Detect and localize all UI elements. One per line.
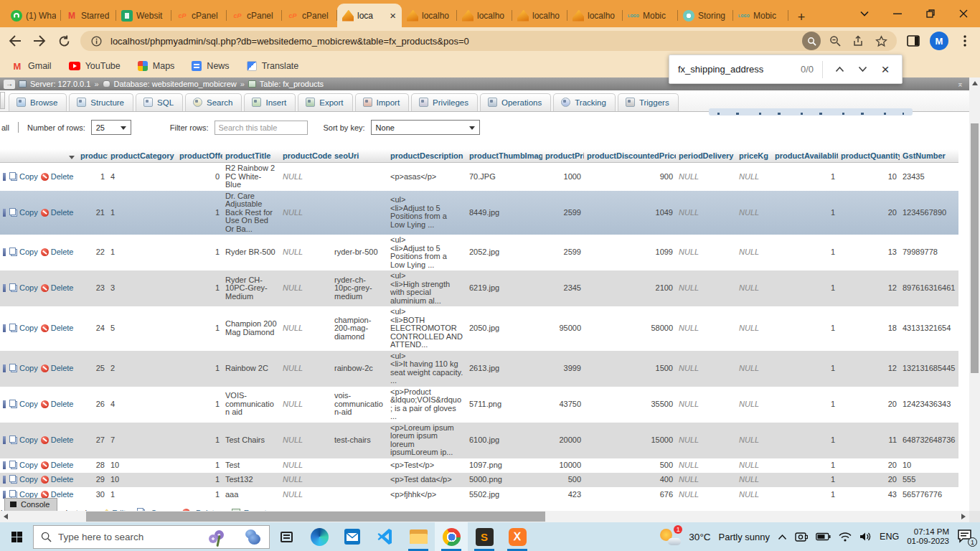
copy-row-link[interactable]: Copy [19,475,38,484]
cell-productDescription[interactable]: <ul> <li>Adjust to 5 Positions from a Lo… [387,191,466,235]
cell-productCategory[interactable]: 1 [108,191,176,235]
browser-tab[interactable]: MStarred [61,4,116,27]
cell-productCode[interactable]: NULL [280,235,331,270]
column-header-seoUri[interactable]: seoUri [331,149,387,163]
cell-productCode[interactable]: NULL [280,487,331,503]
pma-tab-tracking[interactable]: Tracking [553,93,616,111]
bookmark-gmail[interactable]: MGmail [11,60,52,72]
cell-productTitle[interactable]: Ryder BR-500 [222,235,280,270]
cell-productQuantity[interactable]: 20 [838,387,900,423]
cell-productTitle[interactable]: Test132 [222,473,280,487]
cell-productCategory[interactable]: 4 [108,163,176,191]
cell-productDiscountedPrice[interactable]: 900 [584,163,676,191]
cell-productID[interactable]: 26 [77,387,108,423]
minimize-button[interactable] [881,0,914,27]
cell-periodDelivery[interactable]: NULL [676,458,736,473]
copy-row-link[interactable]: Copy [19,364,38,372]
cell-periodDelivery[interactable]: NULL [676,473,736,487]
menu-kebab-icon[interactable] [957,33,973,49]
cell-productCategory[interactable]: 3 [108,270,176,306]
cell-productQuantity[interactable]: 12 [838,270,900,306]
bookmark-youtube[interactable]: YouTube [69,61,121,71]
cell-seoUri[interactable] [331,163,387,191]
cell-productDescription[interactable]: <p>Test</p> [387,458,466,473]
cell-GstNumber[interactable]: 10 [900,458,958,473]
cell-productID[interactable]: 23 [77,270,108,306]
cell-productOffer[interactable]: 1 [176,306,222,351]
cell-priceKg[interactable]: NULL [736,351,772,387]
taskbar-xampp[interactable]: ꓫ [501,522,534,551]
column-header-productOffer[interactable]: productOffer [176,149,222,163]
taskbar-clock[interactable]: 07:14 PM 01-09-2023 [907,527,949,546]
cell-seoUri[interactable]: ryder-ch-10pc-grey-medium [331,270,387,306]
cell-priceKg[interactable]: NULL [736,473,772,487]
taskbar-mail[interactable] [336,522,369,551]
breadcrumb-server[interactable]: Server: 127.0.0.1 [30,80,90,88]
reload-button[interactable] [56,33,72,49]
cell-productTitle[interactable]: Test Chairs [222,423,280,458]
pma-tab-import[interactable]: Import [355,93,410,111]
cell-priceKg[interactable]: NULL [736,387,772,423]
find-query[interactable]: fx_shipping_address [678,64,763,75]
cell-productQuantity[interactable]: 20 [838,191,900,235]
cell-GstNumber[interactable]: 132131685445 [900,351,958,387]
cell-productOffer[interactable]: 1 [176,487,222,503]
cell-productThumbImage[interactable]: 2050.jpg [466,306,542,351]
cell-productPrice[interactable]: 423 [542,487,584,503]
copy-row-link[interactable]: Copy [19,435,38,444]
delete-row-link[interactable]: Delete [51,283,74,292]
find-close-icon[interactable]: × [877,62,893,77]
cell-productID[interactable]: 27 [77,423,108,458]
cell-GstNumber[interactable]: 79989778 [900,235,958,270]
taskbar-chrome[interactable] [435,522,468,551]
cell-productThumbImage[interactable]: 1097.png [466,458,542,473]
find-previous-icon[interactable] [831,62,847,77]
cell-productOffer[interactable]: 1 [176,423,222,458]
forward-button[interactable] [32,33,47,49]
cell-productDescription[interactable]: <ul> <li>Adjust to 5 Positions from a Lo… [387,235,466,270]
cell-productID[interactable]: 30 [77,487,108,503]
copy-row-link[interactable]: Copy [19,248,38,256]
cell-periodDelivery[interactable]: NULL [676,270,736,306]
browser-tab[interactable]: LOGOMobic [733,4,788,27]
weather-icon[interactable]: 1 [659,527,681,546]
column-header-priceKg[interactable]: priceKg [736,149,772,163]
cell-productOffer[interactable]: 1 [176,270,222,306]
cell-productCode[interactable]: NULL [280,163,331,191]
sort-descending-icon[interactable] [69,156,75,159]
column-header-periodDelivery[interactable]: periodDelivery [676,149,736,163]
cell-productDescription[interactable]: <ul> <li>It having 110 kg seat weight ca… [387,351,466,387]
cell-productCategory[interactable]: 10 [108,473,176,487]
cell-productQuantity[interactable]: 43 [838,487,900,503]
zoom-icon[interactable] [826,32,844,50]
copy-row-link[interactable]: Copy [19,208,38,217]
start-button[interactable] [0,522,33,551]
find-in-page-active-icon[interactable] [802,32,821,50]
cell-seoUri[interactable] [331,473,387,487]
pma-tab-search[interactable]: Search [185,93,242,111]
bookmark-star-icon[interactable] [872,32,890,50]
cell-productCode[interactable]: NULL [280,351,331,387]
taskbar-vscode[interactable] [369,522,402,551]
cell-productTitle[interactable]: aaa [222,487,280,503]
notification-center-icon[interactable]: 1 [957,529,974,545]
cell-priceKg[interactable]: NULL [736,458,772,473]
column-header-productQuantity[interactable]: productQuantity [838,149,900,163]
task-view-button[interactable] [270,522,303,551]
find-bar[interactable]: fx_shipping_address 0/0 × [669,55,903,84]
cell-priceKg[interactable]: NULL [736,191,772,235]
cell-productAvailablity[interactable]: 1 [772,191,838,235]
cell-productDiscountedPrice[interactable]: 400 [584,473,676,487]
cell-productPrice[interactable]: 2599 [542,235,584,270]
cell-periodDelivery[interactable]: NULL [676,487,736,503]
tab-search-chevron-icon[interactable] [848,0,881,27]
browser-tab[interactable]: LOGOMobic [623,4,678,27]
volume-icon[interactable] [859,532,872,542]
pma-tab-structure[interactable]: Structure [69,93,133,111]
cell-productAvailablity[interactable]: 1 [772,423,838,458]
cell-productOffer[interactable]: 1 [176,191,222,235]
cell-productOffer[interactable]: 1 [176,387,222,423]
wifi-icon[interactable] [839,532,852,542]
cell-productCode[interactable]: NULL [280,473,331,487]
pma-tab-operations[interactable]: Operations [480,93,551,111]
